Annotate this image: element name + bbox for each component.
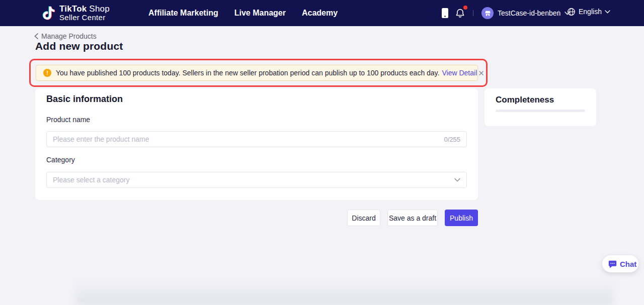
product-name-field: 0/255 xyxy=(46,131,467,147)
chevron-down-icon xyxy=(605,10,610,14)
char-counter: 0/255 xyxy=(444,136,460,143)
nav-affiliate-marketing[interactable]: Affiliate Marketing xyxy=(148,9,218,18)
category-placeholder: Please select a category xyxy=(53,176,454,184)
account-name: TestCase-id-benben xyxy=(498,9,560,17)
basic-information-card: Basic information Product name 0/255 Cat… xyxy=(35,88,478,200)
view-detail-link[interactable]: View Detail xyxy=(442,69,477,77)
globe-icon xyxy=(567,7,576,16)
publish-limit-alert: ! You have published 100 products today.… xyxy=(36,65,478,81)
chevron-left-icon xyxy=(34,33,38,39)
top-navigation-bar: TikTok Shop Seller Center Affiliate Mark… xyxy=(0,0,644,26)
language-label: English xyxy=(579,8,602,16)
category-select[interactable]: Please select a category xyxy=(46,172,467,188)
completeness-card: Completeness xyxy=(485,88,596,126)
chat-widget-button[interactable]: Chat xyxy=(602,255,638,272)
shop-avatar-icon xyxy=(481,7,494,19)
header-divider xyxy=(558,10,559,16)
language-selector[interactable]: English xyxy=(567,7,610,16)
bottom-gradient xyxy=(75,280,614,305)
header-divider xyxy=(473,10,473,16)
nav-academy[interactable]: Academy xyxy=(302,9,338,18)
notification-dot xyxy=(463,6,467,10)
close-icon[interactable]: ✕ xyxy=(477,68,486,78)
primary-nav: Affiliate Marketing Live Manager Academy xyxy=(148,0,338,26)
tiktok-note-icon xyxy=(42,5,55,21)
nav-live-manager[interactable]: Live Manager xyxy=(234,9,286,18)
category-label: Category xyxy=(46,156,75,164)
publish-button[interactable]: Publish xyxy=(445,210,478,226)
mobile-app-icon[interactable] xyxy=(439,7,451,19)
account-menu[interactable]: TestCase-id-benben xyxy=(481,7,570,19)
product-name-input[interactable] xyxy=(53,135,440,143)
alert-message: You have published 100 products today. S… xyxy=(56,69,439,77)
discard-button[interactable]: Discard xyxy=(347,210,380,226)
logo-text: TikTok Shop Seller Center xyxy=(59,5,110,22)
tiktok-shop-seller-center-logo[interactable]: TikTok Shop Seller Center xyxy=(42,5,110,22)
section-title: Basic information xyxy=(46,94,123,105)
chat-bubble-icon xyxy=(608,260,617,268)
alert-highlight-ring: ! You have published 100 products today.… xyxy=(29,59,488,87)
warning-icon: ! xyxy=(43,69,51,77)
page-title: Add new product xyxy=(35,40,123,52)
product-name-label: Product name xyxy=(46,116,90,124)
notifications-bell-icon[interactable] xyxy=(454,7,466,19)
completeness-title: Completeness xyxy=(496,95,554,105)
completeness-progress-bar xyxy=(496,110,585,112)
breadcrumb-back-manage-products[interactable]: Manage Products xyxy=(34,32,97,40)
chat-label: Chat xyxy=(620,260,636,268)
breadcrumb-label: Manage Products xyxy=(41,32,97,40)
save-as-draft-button[interactable]: Save as a draft xyxy=(387,210,438,226)
chevron-down-icon xyxy=(454,178,460,182)
